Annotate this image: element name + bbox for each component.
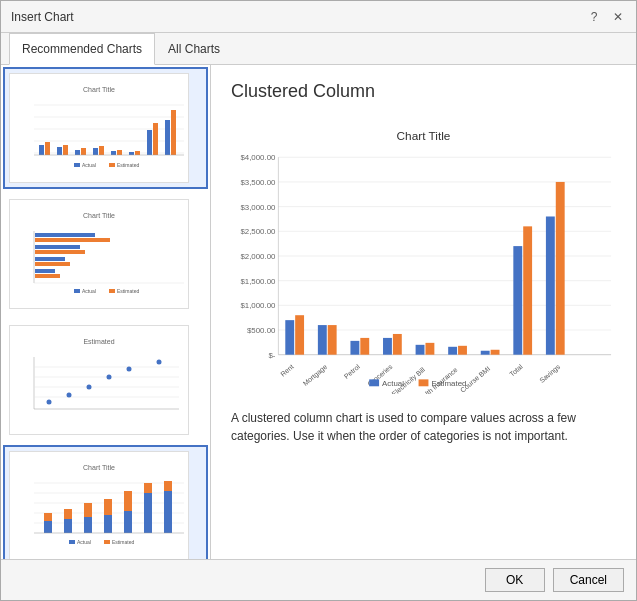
svg-rect-121: [556, 182, 565, 355]
svg-rect-105: [295, 315, 304, 354]
thumb-title-4: Chart Title: [83, 464, 115, 471]
svg-rect-74: [104, 540, 110, 544]
svg-point-50: [127, 367, 132, 372]
svg-rect-112: [416, 345, 425, 355]
svg-rect-113: [425, 343, 434, 355]
svg-rect-68: [144, 483, 152, 493]
svg-rect-31: [35, 257, 65, 261]
svg-rect-30: [35, 250, 85, 254]
svg-rect-120: [546, 216, 555, 354]
svg-text:$3,000.00: $3,000.00: [240, 203, 276, 212]
svg-rect-18: [153, 123, 158, 155]
help-button[interactable]: ?: [586, 9, 602, 25]
svg-rect-32: [35, 262, 70, 266]
thumb-svg-2: Actual Estimated: [14, 221, 184, 296]
svg-rect-19: [165, 120, 170, 155]
svg-rect-7: [57, 147, 62, 155]
cancel-button[interactable]: Cancel: [553, 568, 624, 592]
svg-point-47: [67, 393, 72, 398]
svg-rect-67: [144, 493, 152, 533]
svg-rect-8: [63, 145, 68, 155]
thumb-title-2: Chart Title: [83, 212, 115, 219]
thumb-title-1: Chart Title: [83, 86, 115, 93]
svg-text:Actual: Actual: [77, 539, 91, 545]
svg-text:$500.00: $500.00: [247, 326, 276, 335]
svg-rect-133: [419, 379, 429, 386]
chart-preview: Chart Title $- $500.00 $1,000.00 $1,500.…: [231, 114, 616, 394]
svg-text:$3,500.00: $3,500.00: [240, 178, 276, 187]
thumb-stacked-column[interactable]: Chart Title: [3, 445, 208, 559]
svg-rect-34: [35, 274, 60, 278]
svg-rect-114: [448, 347, 457, 355]
svg-rect-69: [164, 491, 172, 533]
thumb-svg-1: Actual Estimated: [14, 95, 184, 170]
svg-rect-15: [129, 152, 134, 155]
tabs-bar: Recommended Charts All Charts: [1, 33, 636, 65]
svg-rect-110: [383, 338, 392, 355]
svg-rect-106: [318, 325, 327, 355]
svg-text:$2,000.00: $2,000.00: [240, 252, 276, 261]
svg-text:$1,500.00: $1,500.00: [240, 277, 276, 286]
svg-rect-57: [44, 521, 52, 533]
thumb-title-3: Estimated: [83, 338, 114, 345]
svg-rect-20: [171, 110, 176, 155]
svg-rect-12: [99, 146, 104, 155]
svg-rect-116: [481, 351, 490, 355]
ok-button[interactable]: OK: [485, 568, 545, 592]
svg-rect-27: [35, 233, 95, 237]
svg-rect-16: [135, 151, 140, 155]
svg-rect-72: [69, 540, 75, 544]
svg-rect-6: [45, 142, 50, 155]
thumb-svg-3: [14, 347, 184, 422]
svg-text:$4,000.00: $4,000.00: [240, 153, 276, 162]
svg-rect-9: [75, 150, 80, 155]
svg-text:Actual: Actual: [382, 379, 404, 388]
svg-point-46: [47, 400, 52, 405]
svg-text:$-: $-: [268, 351, 275, 360]
svg-rect-63: [104, 515, 112, 533]
chart-type-title: Clustered Column: [231, 81, 616, 102]
svg-rect-118: [513, 246, 522, 355]
thumb-inner-3: Estimated: [9, 325, 189, 435]
dialog-title: Insert Chart: [11, 10, 74, 24]
svg-rect-117: [491, 350, 500, 355]
svg-rect-58: [44, 513, 52, 521]
tab-all-charts[interactable]: All Charts: [155, 33, 233, 65]
svg-point-51: [157, 360, 162, 365]
svg-rect-60: [64, 509, 72, 519]
tab-recommended-charts[interactable]: Recommended Charts: [9, 33, 155, 65]
svg-rect-115: [458, 346, 467, 355]
svg-rect-104: [285, 320, 294, 355]
title-bar: Insert Chart ? ✕: [1, 1, 636, 33]
svg-rect-107: [328, 325, 337, 355]
close-button[interactable]: ✕: [610, 9, 626, 25]
svg-rect-119: [523, 226, 532, 354]
svg-text:Estimated: Estimated: [117, 288, 139, 294]
svg-rect-65: [124, 511, 132, 533]
right-panel: Clustered Column Chart Title $- $500.00 …: [211, 65, 636, 559]
thumb-inner-4: Chart Title: [9, 451, 189, 559]
svg-rect-11: [93, 148, 98, 155]
svg-rect-108: [350, 341, 359, 355]
svg-rect-17: [147, 130, 152, 155]
chart-description: A clustered column chart is used to comp…: [231, 409, 616, 445]
svg-rect-10: [81, 148, 86, 155]
svg-rect-70: [164, 481, 172, 491]
thumb-clustered-bar[interactable]: Chart Title Actual: [3, 193, 208, 315]
chart-thumbnail-list: Chart Title: [1, 65, 211, 559]
svg-rect-131: [369, 379, 379, 386]
thumb-scatter[interactable]: Estimated: [3, 319, 208, 441]
svg-rect-5: [39, 145, 44, 155]
title-bar-controls: ? ✕: [586, 9, 626, 25]
svg-text:Estimated: Estimated: [431, 379, 466, 388]
svg-rect-64: [104, 499, 112, 515]
svg-point-48: [87, 385, 92, 390]
svg-rect-109: [360, 338, 369, 355]
content-area: Chart Title: [1, 65, 636, 559]
svg-rect-111: [393, 334, 402, 355]
svg-rect-66: [124, 491, 132, 511]
svg-text:Estimated: Estimated: [112, 539, 134, 545]
thumb-clustered-column[interactable]: Chart Title: [3, 67, 208, 189]
svg-point-49: [107, 375, 112, 380]
svg-text:Chart Title: Chart Title: [397, 129, 451, 143]
